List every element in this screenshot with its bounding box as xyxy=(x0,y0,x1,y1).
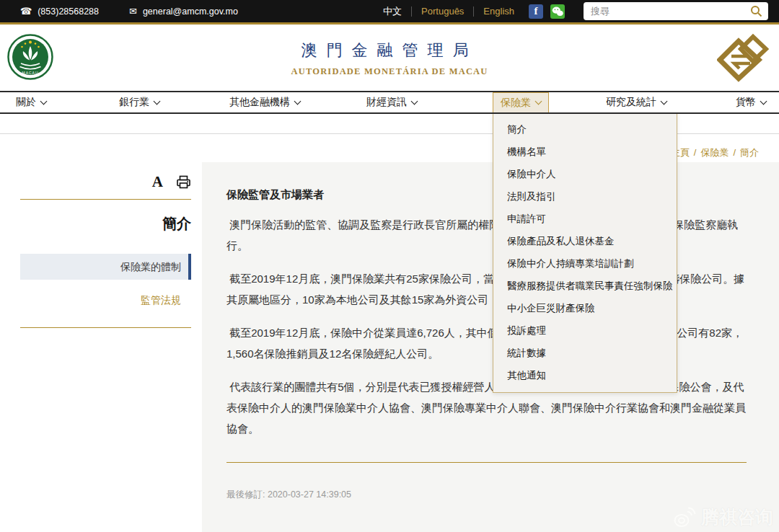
phone-number: (853)28568288 xyxy=(38,6,99,17)
nav-item-banking[interactable]: 銀行業 xyxy=(119,92,159,112)
site-title-portuguese: AUTORIDADE MONETÁRIA DE MACAU xyxy=(0,66,779,77)
sidebar: A 簡介 保險業的體制 監管法規 xyxy=(20,172,191,328)
chevron-down-icon xyxy=(411,97,418,105)
sidebar-item-regulations[interactable]: 監管法規 xyxy=(20,294,191,307)
dropdown-item-institution-list[interactable]: 機構名單 xyxy=(493,141,677,163)
insurance-dropdown-menu: 簡介 機構名單 保險中介人 法則及指引 申請許可 保險產品及私人退休基金 保險中… xyxy=(493,114,677,393)
breadcrumb-separator: / xyxy=(694,147,697,158)
search-box xyxy=(584,2,768,20)
dropdown-item-application[interactable]: 申請許可 xyxy=(493,208,677,230)
email-address[interactable]: general@amcm.gov.mo xyxy=(143,6,238,17)
lang-chinese[interactable]: 中文 xyxy=(383,5,402,18)
wechat-icon[interactable] xyxy=(550,4,565,19)
chevron-down-icon xyxy=(294,97,302,105)
site-titles: 澳門金融管理局 AUTORIDADE MONETÁRIA DE MACAU xyxy=(0,40,779,77)
dropdown-item-intro[interactable]: 簡介 xyxy=(493,118,677,141)
search-icon[interactable] xyxy=(750,5,762,17)
chevron-down-icon xyxy=(535,98,542,105)
nav-label: 銀行業 xyxy=(119,96,149,109)
amcm-diamond-logo xyxy=(717,32,769,86)
dropdown-item-intermediaries[interactable]: 保險中介人 xyxy=(493,163,677,185)
dropdown-item-cpd-program[interactable]: 保險中介人持續專業培訓計劃 xyxy=(493,252,677,275)
wechat-bubbles xyxy=(552,6,563,17)
sidebar-section-title: 簡介 xyxy=(20,214,191,234)
dropdown-item-sme-catastrophe-insurance[interactable]: 中小企巨災財產保險 xyxy=(493,297,677,319)
nav-item-financial-info[interactable]: 財經資訊 xyxy=(366,92,417,112)
main-navigation: 關於 銀行業 其他金融機構 財經資訊 保險業 研究及統計 貨幣 xyxy=(0,91,779,114)
dropdown-item-statistics[interactable]: 統計數據 xyxy=(493,342,677,364)
breadcrumb: 主頁/保險業/簡介 xyxy=(671,146,759,159)
site-title-chinese: 澳門金融管理局 xyxy=(0,40,779,61)
dropdown-item-rules-guidelines[interactable]: 法則及指引 xyxy=(493,185,677,208)
dropdown-item-other-notices[interactable]: 其他通知 xyxy=(493,364,677,386)
divider xyxy=(473,6,474,17)
nav-label: 財經資訊 xyxy=(366,96,407,109)
nav-label: 保險業 xyxy=(501,97,531,110)
phone-contact: ☎ (853)28568288 xyxy=(20,6,99,17)
topbar-right: 中文 Português English f xyxy=(383,2,779,20)
main-content: 保險監管及市場業者 澳門保險活動的監管、協調及監察是行政長官所屬的權限，此權限透… xyxy=(202,162,779,532)
sidebar-item-insurance-system[interactable]: 保險業的體制 xyxy=(20,254,191,280)
facebook-icon[interactable]: f xyxy=(529,4,543,19)
breadcrumb-current: 簡介 xyxy=(740,147,759,158)
top-utility-bar: ☎ (853)28568288 ✉ general@amcm.gov.mo 中文… xyxy=(0,0,779,25)
nav-label: 研究及統計 xyxy=(606,96,656,109)
nav-label: 關於 xyxy=(16,96,36,109)
print-icon[interactable] xyxy=(176,175,191,189)
page-tools: A xyxy=(20,172,191,192)
breadcrumb-separator: / xyxy=(733,147,736,158)
lang-english[interactable]: English xyxy=(483,6,514,17)
chevron-down-icon xyxy=(760,97,767,105)
email-icon: ✉ xyxy=(129,6,137,16)
nav-label: 其他金融機構 xyxy=(229,96,290,109)
font-size-icon[interactable]: A xyxy=(152,174,163,190)
sidebar-divider-bottom xyxy=(20,327,191,328)
page: ☎ (853)28568288 ✉ general@amcm.gov.mo 中文… xyxy=(0,0,779,532)
chevron-down-icon xyxy=(154,97,161,105)
dropdown-item-medical-liability-insurance[interactable]: 醫療服務提供者職業民事責任強制保險 xyxy=(493,275,677,297)
phone-icon: ☎ xyxy=(20,6,32,16)
sidebar-divider-top xyxy=(20,199,191,200)
watermark-text: 腾祺咨询 xyxy=(701,505,773,529)
weibo-icon xyxy=(673,507,696,528)
chevron-down-icon xyxy=(40,97,48,105)
divider xyxy=(411,6,412,17)
nav-item-insurance[interactable]: 保險業 xyxy=(493,92,549,112)
dropdown-item-products-pension[interactable]: 保險產品及私人退休基金 xyxy=(493,230,677,252)
lang-portuguese[interactable]: Português xyxy=(421,6,464,17)
email-contact[interactable]: ✉ general@amcm.gov.mo xyxy=(129,6,238,17)
nav-label: 貨幣 xyxy=(736,96,756,109)
dropdown-item-complaints[interactable]: 投訴處理 xyxy=(493,319,677,342)
nav-item-about[interactable]: 關於 xyxy=(16,92,46,112)
breadcrumb-insurance[interactable]: 保險業 xyxy=(700,147,729,158)
search-input[interactable] xyxy=(584,6,750,17)
last-modified-timestamp: 最後修訂: 2020-03-27 14:39:05 xyxy=(226,489,747,501)
watermark: 腾祺咨询 xyxy=(673,505,773,529)
content-divider xyxy=(226,462,747,463)
nav-item-research-statistics[interactable]: 研究及統計 xyxy=(606,92,666,112)
nav-item-currency[interactable]: 貨幣 xyxy=(736,92,766,112)
site-header: MACAU 澳門金融管理局 AUTORIDADE MONETÁRIA DE MA… xyxy=(0,25,779,91)
nav-item-other-financial-institutions[interactable]: 其他金融機構 xyxy=(229,92,300,112)
chevron-down-icon xyxy=(661,97,668,105)
